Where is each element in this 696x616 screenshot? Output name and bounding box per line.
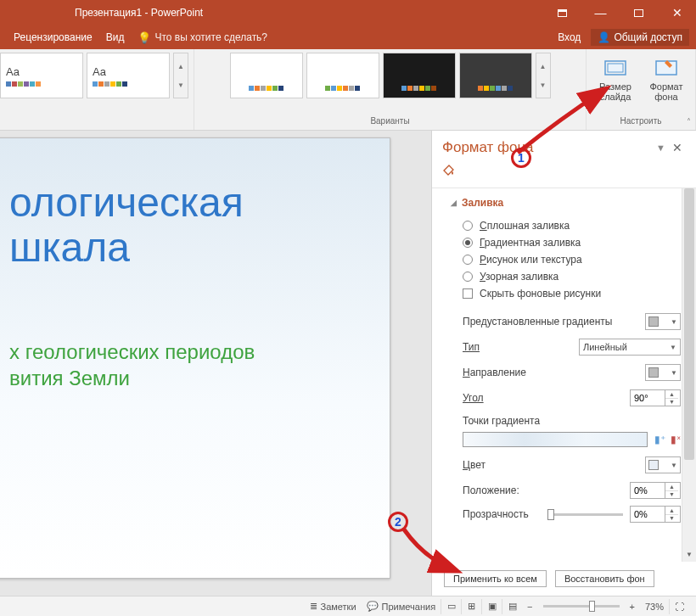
radio-label: Рисунок или текстура [480,254,582,266]
ribbon-tabs: Рецензирование Вид 💡 Что вы хотите сдела… [0,25,696,49]
transparency-input[interactable] [631,509,665,519]
gradient-direction-row: Направление ▼ [451,360,681,385]
field-label: Положение: [463,484,623,496]
angle-spinner[interactable]: ▲▼ [630,389,681,406]
gradient-color-picker[interactable]: ▼ [645,456,681,473]
radio-label: Градиентная заливка [480,237,581,249]
comments-button[interactable]: 💬Примечания [362,601,441,612]
slide-subtitle[interactable]: х геологических периодов вития Земли [9,339,373,391]
gradient-direction-picker[interactable]: ▼ [645,364,681,381]
slide-title[interactable]: ологическая шкала [9,181,373,271]
variant-thumb[interactable] [230,53,303,98]
status-bar: ≣Заметки 💬Примечания ▭ ⊞ ▣ ▤ − + 73% ⛶ [0,596,696,616]
ribbon-display-icon[interactable] [543,0,581,25]
transparency-spinner[interactable]: ▲▼ [630,506,681,523]
themes-group: Aa Aa ▲▼ [0,49,194,130]
field-label: Прозрачность [463,508,541,520]
restore-icon[interactable] [620,0,658,25]
minimize-icon[interactable]: — [581,0,620,25]
reset-background-button[interactable]: Восстановить фон [555,570,654,587]
variant-thumb[interactable] [383,53,456,98]
fill-solid-radio[interactable]: Сплошная заливка [451,217,681,234]
zoom-out-icon[interactable]: − [522,602,537,612]
tab-review[interactable]: Рецензирование [7,25,99,49]
close-icon[interactable]: ✕ [658,0,696,25]
slide-title-line: шкала [9,225,130,270]
pane-options-icon[interactable]: ▼ [653,143,669,153]
field-label: Направление [463,367,638,378]
pane-header: Формат фона ▼ ✕ [432,131,696,161]
fill-section-header[interactable]: ◢ Заливка [451,197,681,209]
lightbulb-icon: 💡 [138,31,151,44]
scroll-thumb[interactable] [684,188,694,460]
format-background-pane: Формат фона ▼ ✕ ◢ Заливка Сплошная залив… [431,131,696,596]
spin-down-icon[interactable]: ▼ [665,491,678,499]
gradient-stops-slider[interactable]: ▮⁺ ▮ˣ [463,430,681,449]
variant-thumb[interactable] [306,53,379,98]
hide-bg-checkbox[interactable]: Скрыть фоновые рисунки [451,285,681,302]
tell-me-label: Что вы хотите сделать? [154,31,267,43]
pane-close-icon[interactable]: ✕ [669,141,686,154]
spin-up-icon[interactable]: ▲ [665,507,678,515]
fill-gradient-radio[interactable]: Градиентная заливка [451,234,681,251]
gradient-angle-row: Угол ▲▼ [451,385,681,411]
scroll-down-icon[interactable]: ▼ [682,547,696,562]
customize-group: Размер слайда Формат фона Настроить [587,49,696,130]
spin-up-icon[interactable]: ▲ [665,390,678,399]
apply-to-all-button[interactable]: Применить ко всем [444,570,547,587]
theme-thumb[interactable]: Aa [0,53,83,98]
normal-view-icon[interactable]: ▭ [441,599,461,614]
add-stop-icon[interactable]: ▮⁺ [654,434,665,445]
zoom-level[interactable]: 73% [640,602,669,612]
sorter-view-icon[interactable]: ⊞ [461,599,481,614]
zoom-slider[interactable] [543,605,620,608]
fill-tab-icon[interactable] [442,163,456,176]
slideshow-view-icon[interactable]: ▤ [502,599,522,614]
fill-picture-radio[interactable]: Рисунок или текстура [451,251,681,268]
spin-down-icon[interactable]: ▼ [665,399,678,406]
field-label: Тип [463,341,572,353]
spin-up-icon[interactable]: ▲ [665,483,678,491]
share-button[interactable]: 👤 Общий доступ [591,29,689,46]
theme-thumb[interactable]: Aa [87,53,170,98]
field-label: Предустановленные градиенты [463,316,638,328]
gradient-type-combo[interactable]: Линейный▼ [579,339,681,356]
pane-tab-icons [432,161,696,188]
tell-me-search[interactable]: 💡 Что вы хотите сделать? [138,31,267,44]
gradient-position-row: Положение: ▲▼ [451,478,681,503]
format-background-button[interactable]: Формат фона [643,53,690,105]
notes-button[interactable]: ≣Заметки [305,601,362,612]
variant-thumb[interactable] [459,53,532,98]
theme-swatches [93,81,164,87]
slide-sub-line: вития Земли [9,367,130,389]
window-title: Презентация1 - PowerPoint [75,7,203,19]
tab-view[interactable]: Вид [99,25,132,49]
collapse-ribbon-icon[interactable]: ˄ [687,117,691,126]
ribbon-body: Aa Aa ▲▼ ▲▼ Варианты [0,49,696,131]
theme-aa: Aa [93,65,164,78]
slide-size-button[interactable]: Размер слайда [592,53,639,105]
gradient-stops-label-row: Точки градиента [451,411,681,427]
slide[interactable]: ологическая шкала х геологических период… [0,137,390,579]
spin-down-icon[interactable]: ▼ [665,515,678,523]
position-input[interactable] [631,485,665,496]
remove-stop-icon[interactable]: ▮ˣ [671,434,681,445]
fit-to-window-icon[interactable]: ⛶ [669,599,689,614]
pane-scrollbar[interactable]: ▲ ▼ [682,188,696,562]
themes-more-button[interactable]: ▲▼ [173,53,188,98]
signin-link[interactable]: Вход [551,31,587,43]
transparency-slider[interactable] [547,513,623,516]
zoom-in-icon[interactable]: + [625,602,640,612]
reading-view-icon[interactable]: ▣ [481,599,502,614]
field-label: Угол [463,392,623,404]
transparency-row: Прозрачность ▲▼ [451,503,681,525]
preset-gradients-picker[interactable]: ▼ [645,313,681,330]
position-spinner[interactable]: ▲▼ [630,482,681,499]
fill-pattern-radio[interactable]: Узорная заливка [451,268,681,285]
slide-size-label: Размер слайда [593,81,637,102]
group-label: Варианты [370,116,409,128]
gradient-track[interactable] [463,432,648,447]
angle-input[interactable] [631,393,665,403]
variants-more-button[interactable]: ▲▼ [536,53,551,98]
format-background-icon [654,56,678,80]
